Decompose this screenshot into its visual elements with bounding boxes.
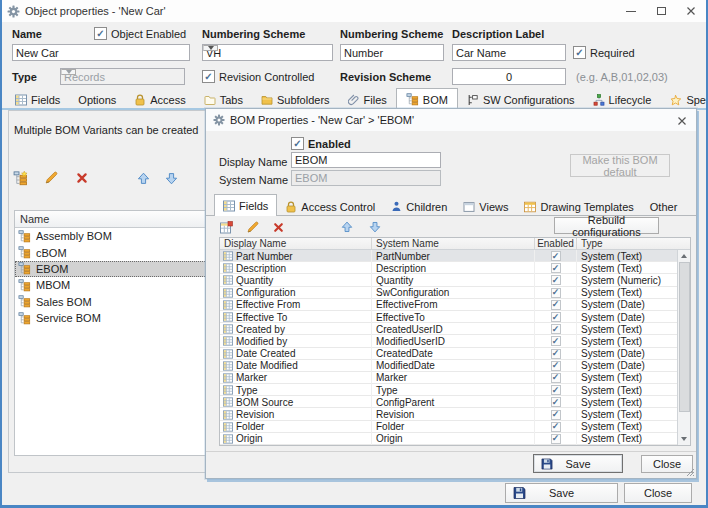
edit-bom-button[interactable] (42, 169, 60, 187)
table-row[interactable]: Folder Folder ✓ System (Text) (220, 421, 677, 433)
enabled-checkbox[interactable]: ✓ (551, 263, 561, 273)
dialog-tab-children[interactable]: Children (383, 197, 455, 216)
dialog-tab-drawing-templates[interactable]: Drawing Templates (516, 197, 641, 216)
enabled-checkbox[interactable]: ✓ (551, 300, 561, 310)
dropdown-arrow-icon[interactable] (203, 45, 218, 51)
table-row[interactable]: Date Created CreatedDate ✓ System (Date) (220, 348, 677, 360)
header-display-name[interactable]: Display Name (220, 238, 372, 249)
dialog-tab-other[interactable]: Other (642, 197, 686, 216)
maximize-button[interactable] (646, 0, 676, 22)
edit-field-button[interactable] (243, 218, 261, 236)
display-name-label: Display Name (219, 156, 287, 168)
dialog-tab-views[interactable]: Views (455, 197, 516, 216)
object-enabled-checkbox[interactable]: ✓ Object Enabled (94, 27, 186, 40)
pencil-icon (246, 221, 259, 234)
table-body: Part Number PartNumber ✓ System (Text) D… (220, 250, 690, 445)
table-row[interactable]: Type Type ✓ System (Text) (220, 384, 677, 396)
tab-access[interactable]: Access (125, 90, 194, 110)
enabled-checkbox[interactable]: ✓ (551, 336, 561, 346)
table-row[interactable]: Revision Revision ✓ System (Text) (220, 408, 677, 420)
tab-options[interactable]: Options (69, 90, 125, 110)
table-row[interactable]: Effective To EffectiveTo ✓ System (Date) (220, 311, 677, 323)
scrollbar-up-icon[interactable] (678, 250, 691, 262)
table-row[interactable]: Modified by ModifiedUserID ✓ System (Tex… (220, 335, 677, 347)
tab-bom[interactable]: BOM (396, 88, 458, 110)
dialog-save-button[interactable]: Save (533, 454, 623, 473)
enabled-checkbox[interactable]: ✓ (551, 397, 561, 407)
tab-lifecycle[interactable]: Lifecycle (584, 90, 661, 110)
numbering-scheme2-input[interactable] (340, 44, 444, 61)
tab-sw-configurations[interactable]: SW Configurations (458, 90, 584, 110)
enabled-checkbox[interactable]: ✓ (551, 312, 561, 322)
numbering-scheme-combo[interactable]: VH (202, 44, 333, 61)
move-up-button[interactable] (134, 169, 152, 187)
table-row[interactable]: Effective From EffectiveFrom ✓ System (D… (220, 299, 677, 311)
field-icon (223, 288, 233, 298)
enabled-checkbox[interactable]: ✓ (551, 288, 561, 298)
enabled-checkbox[interactable]: ✓ (551, 361, 561, 371)
table-row[interactable]: Date Modified ModifiedDate ✓ System (Dat… (220, 360, 677, 372)
display-name-input[interactable] (291, 152, 441, 168)
tab-page-icon (204, 94, 216, 106)
scrollbar-down-icon[interactable] (678, 433, 691, 445)
object-tab-strip: Fields Options Access Tabs Subfolders Fi… (6, 88, 706, 110)
enabled-checkbox[interactable]: ✓ (551, 410, 561, 420)
table-row[interactable]: Origin Origin ✓ System (Text) (220, 433, 677, 445)
revision-scheme-input[interactable] (452, 68, 566, 85)
move-down-button[interactable] (162, 169, 180, 187)
required-checkbox[interactable]: ✓ Required (573, 46, 635, 59)
delete-bom-button[interactable] (73, 169, 91, 187)
table-row[interactable]: Created by CreatedUserID ✓ System (Text) (220, 323, 677, 335)
bom-tree-icon (18, 246, 31, 259)
dialog-close-button[interactable] (674, 113, 690, 129)
add-field-button[interactable] (217, 218, 235, 236)
scrollbar-thumb[interactable] (679, 262, 690, 412)
dialog-tab-access-control[interactable]: Access Control (277, 197, 383, 216)
description-input[interactable] (452, 44, 566, 61)
tab-fields[interactable]: Fields (6, 90, 69, 110)
table-icon (223, 200, 235, 212)
dialog-tab-fields[interactable]: Fields (214, 194, 277, 216)
table-row[interactable]: Quantity Quantity ✓ System (Numeric) (220, 274, 677, 286)
enabled-checkbox[interactable]: ✓ (551, 434, 561, 444)
tab-tabs[interactable]: Tabs (195, 90, 252, 110)
rebuild-configurations-button[interactable]: Rebuild configurations (554, 217, 659, 234)
tab-files[interactable]: Files (339, 90, 396, 110)
table-row[interactable]: Configuration SwConfiguration ✓ System (… (220, 287, 677, 299)
revision-controlled-checkbox[interactable]: ✓ Revision Controlled (202, 70, 314, 83)
close-footer-button[interactable]: Close (624, 483, 692, 503)
enabled-checkbox[interactable]: ✓ (551, 324, 561, 334)
enabled-checkbox[interactable]: ✓ (551, 349, 561, 359)
field-up-button[interactable] (338, 218, 356, 236)
table-row[interactable]: BOM Source ConfigParent ✓ System (Text) (220, 396, 677, 408)
table-row[interactable]: Description Description ✓ System (Text) (220, 262, 677, 274)
add-bom-button[interactable] (11, 169, 29, 187)
name-input[interactable] (12, 44, 190, 61)
field-icon (223, 251, 233, 261)
tab-special-objects[interactable]: Special Objects (660, 90, 708, 110)
header-system-name[interactable]: System Name (372, 238, 535, 249)
enabled-checkbox[interactable]: ✓ (551, 373, 561, 383)
save-button[interactable]: Save (505, 483, 618, 503)
header-enabled[interactable]: Enabled (535, 238, 577, 249)
lifecycle-icon (593, 94, 605, 106)
enabled-checkbox[interactable]: ✓ Enabled (291, 137, 351, 150)
enabled-checkbox[interactable]: ✓ (551, 385, 561, 395)
close-button[interactable] (676, 0, 706, 22)
header-type[interactable]: Type (577, 238, 677, 249)
window-titlebar: Object properties - 'New Car' (2, 0, 706, 22)
enabled-checkbox[interactable]: ✓ (551, 275, 561, 285)
table-row[interactable]: Marker Marker ✓ System (Text) (220, 372, 677, 384)
resize-grip-icon (686, 468, 695, 477)
tab-subfolders[interactable]: Subfolders (252, 90, 339, 110)
enabled-checkbox[interactable]: ✓ (551, 251, 561, 261)
table-scrollbar[interactable] (677, 250, 690, 445)
field-down-button[interactable] (366, 218, 384, 236)
resize-grip[interactable] (686, 468, 695, 477)
minimize-button[interactable] (616, 0, 646, 22)
enabled-checkbox[interactable]: ✓ (551, 422, 561, 432)
table-row[interactable]: Part Number PartNumber ✓ System (Text) (220, 250, 677, 262)
table-header-row: Display Name System Name Enabled Type (220, 238, 690, 250)
delete-field-button[interactable] (269, 218, 287, 236)
field-icon (223, 385, 233, 395)
